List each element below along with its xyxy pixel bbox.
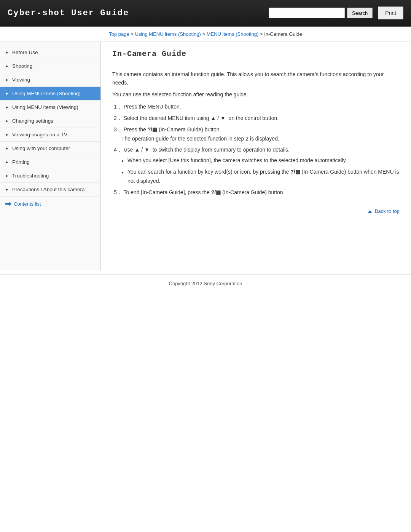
steps-list: 1． Press the MENU button. 2． Select the … [112, 102, 400, 197]
sidebar-item-using-computer[interactable]: ► Using with your computer [0, 142, 100, 155]
step-num: 1． [114, 104, 122, 110]
sidebar-item-label: Using with your computer [12, 145, 70, 151]
breadcrumb-using-menu-shooting[interactable]: Using MENU items (Shooting) [135, 31, 201, 37]
search-input[interactable] [269, 8, 345, 18]
arrow-icon: ► [5, 160, 9, 164]
step-text: To end [In-Camera Guide], press the ?/▦ … [123, 189, 284, 195]
step-1: 1． Press the MENU button. [112, 102, 400, 112]
sidebar-item-viewing[interactable]: ► Viewing [0, 73, 100, 87]
breadcrumb-menu-items-shooting[interactable]: MENU items (Shooting) [207, 31, 259, 37]
intro-line2: You can use the selected function after … [112, 90, 400, 99]
step-text: Press the MENU button. [124, 104, 181, 110]
page-title: In-Camera Guide [112, 50, 400, 63]
step-4: 4． Use ▲ / ▼ to switch the display from … [112, 145, 400, 185]
sidebar-item-printing[interactable]: ► Printing [0, 155, 100, 169]
print-button[interactable]: Print [378, 6, 403, 19]
step-text: Press the ?/▦ (In-Camera Guide) button. [124, 126, 221, 133]
sidebar-item-label: Printing [12, 159, 30, 165]
arrow-right-icon [5, 202, 11, 206]
sidebar-item-label: Viewing [12, 77, 30, 83]
arrow-icon: ► [5, 105, 9, 109]
sidebar-item-label: Troubleshooting [12, 173, 49, 179]
arrow-icon: ► [5, 146, 9, 150]
breadcrumb-top-page[interactable]: Top page [109, 31, 129, 37]
arrow-icon: ► [5, 50, 9, 54]
breadcrumb-current: In-Camera Guide [264, 31, 302, 37]
sidebar-item-label: Shooting [12, 63, 32, 69]
step-3: 3． Press the ?/▦ (In-Camera Guide) butto… [112, 125, 400, 144]
sidebar-item-troubleshooting[interactable]: ► Troubleshooting [0, 169, 100, 183]
arrow-icon: ► [5, 119, 9, 123]
sidebar-item-using-menu-shooting[interactable]: ► Using MENU items (Shooting) [0, 87, 100, 101]
step-text: Select the desired MENU item using ▲ / ▼… [124, 115, 279, 121]
main-layout: ► Before Use ► Shooting ► Viewing ► Usin… [0, 42, 411, 270]
sidebar-item-changing-settings[interactable]: ► Changing settings [0, 114, 100, 128]
arrow-icon: ► [5, 78, 9, 82]
breadcrumb: Top page > Using MENU items (Shooting) >… [0, 27, 411, 42]
bullet-item: You can search for a function by key wor… [121, 168, 400, 186]
intro-line1: This camera contains an internal functio… [112, 70, 400, 87]
content-area: In-Camera Guide This camera contains an … [101, 42, 411, 270]
sidebar-item-viewing-images-tv[interactable]: ► Viewing images on a TV [0, 128, 100, 142]
header: Cyber-shot User Guide Search Print [0, 0, 411, 27]
step-2: 2． Select the desired MENU item using ▲ … [112, 114, 400, 123]
step-num: 3． [114, 126, 122, 133]
sidebar-item-shooting[interactable]: ► Shooting [0, 59, 100, 73]
step-5: 5． To end [In-Camera Guide], press the ?… [112, 188, 400, 197]
arrow-icon: ► [5, 174, 9, 178]
step-num: 5． [114, 189, 122, 195]
sidebar-item-label: Viewing images on a TV [12, 132, 67, 137]
triangle-up-icon [368, 210, 372, 213]
site-title: Cyber-shot User Guide [8, 8, 269, 18]
search-button[interactable]: Search [347, 8, 373, 18]
sidebar: ► Before Use ► Shooting ► Viewing ► Usin… [0, 42, 101, 270]
search-area: Search Print [269, 6, 403, 19]
footer: Copyright 2012 Sony Corporation [0, 274, 411, 292]
arrow-icon: ► [5, 64, 9, 68]
sidebar-item-label: Changing settings [12, 118, 53, 124]
back-to-top-label: Back to top [375, 208, 400, 214]
contents-list-label: Contents list [14, 201, 41, 207]
sidebar-item-using-menu-viewing[interactable]: ► Using MENU items (Viewing) [0, 101, 100, 114]
sidebar-item-precautions[interactable]: ► Precautions / About this camera [0, 183, 100, 197]
arrow-icon: ► [5, 133, 9, 137]
step-text: Use ▲ / ▼ to switch the display from sum… [124, 147, 290, 153]
sidebar-item-label: Before Use [12, 50, 38, 55]
sidebar-item-label: Using MENU items (Shooting) [12, 91, 81, 96]
sidebar-item-label: Precautions / About this camera [12, 187, 85, 192]
step-3-sub: The operation guide for the selected fun… [121, 136, 279, 142]
back-to-top-link[interactable]: Back to top [368, 208, 400, 214]
copyright-text: Copyright 2012 Sony Corporation [169, 281, 242, 286]
sidebar-item-label: Using MENU items (Viewing) [12, 104, 78, 110]
sidebar-item-before-use[interactable]: ► Before Use [0, 46, 100, 59]
arrow-icon: ► [5, 91, 9, 96]
arrow-icon: ► [5, 187, 9, 192]
bullet-item: When you select [Use this function], the… [121, 156, 400, 165]
back-to-top[interactable]: Back to top [112, 208, 400, 214]
contents-list-link[interactable]: Contents list [0, 197, 100, 211]
step-num: 4． [114, 147, 122, 153]
step-4-bullets: When you select [Use this function], the… [121, 156, 400, 185]
step-num: 2． [114, 115, 122, 121]
